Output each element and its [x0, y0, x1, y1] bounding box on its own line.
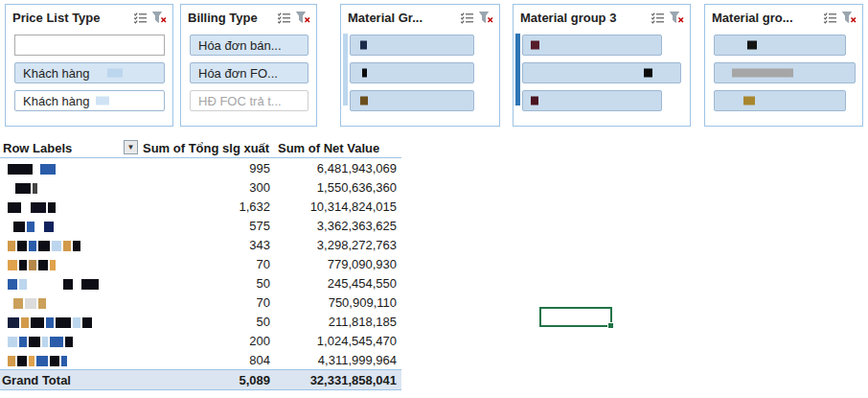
redaction-block: [38, 260, 48, 270]
row-label-cell[interactable]: [0, 177, 140, 197]
row-label-cell[interactable]: [0, 293, 140, 312]
redaction-block: [50, 337, 63, 347]
slicer-item[interactable]: Hóa đơn bán...: [190, 35, 308, 56]
multiselect-icon[interactable]: [458, 11, 475, 25]
sum-qty-header[interactable]: Sum of Tổng slg xuất: [140, 138, 275, 158]
redaction-block: [8, 164, 33, 175]
grand-total-label[interactable]: Grand Total: [0, 370, 140, 390]
value-cell[interactable]: 3,298,272,763: [275, 235, 401, 254]
redaction-block: [8, 202, 21, 213]
redaction-block: [33, 183, 37, 194]
multiselect-icon[interactable]: [821, 11, 838, 25]
slicer-body: [341, 30, 499, 111]
redaction-block: [75, 279, 80, 290]
row-label-cell[interactable]: [0, 312, 140, 331]
slicer-material-group-3: Material group 3: [513, 4, 691, 127]
slicer-item[interactable]: Hóa đơn FO...: [190, 62, 308, 83]
multiselect-icon[interactable]: [649, 11, 666, 25]
value-cell[interactable]: 1,024,545,470: [275, 331, 401, 350]
slicer-item[interactable]: [350, 35, 474, 56]
row-label-cell[interactable]: [0, 197, 140, 216]
row-labels-header[interactable]: Row Labels ▼: [0, 138, 140, 158]
value-cell[interactable]: 10,314,824,015: [275, 197, 401, 216]
grand-total-value[interactable]: 32,331,858,041: [275, 370, 401, 390]
qty-cell[interactable]: 70: [140, 293, 275, 312]
slicer-item[interactable]: HĐ FOC trả t...: [190, 90, 308, 111]
qty-cell[interactable]: 1,632: [140, 197, 275, 216]
slicer-item[interactable]: [522, 35, 662, 56]
slicer-scrollbar[interactable]: [343, 34, 348, 105]
slicer-item[interactable]: [714, 90, 846, 111]
qty-cell[interactable]: 995: [140, 158, 275, 178]
slicer-item[interactable]: [350, 62, 474, 83]
sum-net-value-header[interactable]: Sum of Net Value: [275, 138, 401, 158]
qty-cell[interactable]: 343: [140, 235, 275, 254]
redaction-block: [38, 298, 46, 309]
redaction-block: [36, 222, 42, 232]
redaction-block: [17, 241, 27, 251]
qty-cell[interactable]: 50: [140, 273, 275, 293]
value-cell[interactable]: 779,090,930: [275, 254, 401, 273]
clear-filter-icon[interactable]: [477, 11, 494, 25]
redaction-block: [13, 298, 23, 309]
row-label-cell[interactable]: [0, 273, 140, 293]
redaction-block: [107, 69, 123, 78]
slicer-item[interactable]: [522, 90, 662, 111]
clear-filter-icon[interactable]: [668, 11, 685, 25]
clear-filter-icon[interactable]: [294, 11, 311, 25]
clear-filter-icon[interactable]: [840, 11, 857, 25]
value-cell[interactable]: 3,362,363,625: [275, 216, 401, 235]
table-row: 50245,454,550: [0, 273, 401, 293]
row-label-cell[interactable]: [0, 235, 140, 254]
row-label-cell[interactable]: [0, 350, 140, 370]
value-cell[interactable]: 750,909,110: [275, 293, 401, 312]
selected-cell[interactable]: [539, 307, 612, 327]
slicer-item[interactable]: [522, 62, 681, 83]
redaction-block: [8, 317, 19, 328]
multiselect-icon[interactable]: [131, 11, 148, 25]
slicer-item[interactable]: [714, 62, 856, 83]
row-label-cell[interactable]: [0, 254, 140, 273]
qty-cell[interactable]: 200: [140, 331, 275, 350]
value-cell[interactable]: 245,454,550: [275, 273, 401, 293]
redaction-block: [96, 97, 109, 105]
slicer-item[interactable]: [350, 90, 474, 111]
redaction-block: [15, 183, 31, 194]
qty-cell[interactable]: 575: [140, 216, 275, 235]
slicer-item-label: HĐ FOC trả t...: [198, 94, 282, 108]
row-label-cell[interactable]: [0, 158, 140, 178]
qty-cell[interactable]: 804: [140, 350, 275, 370]
redaction-block: [63, 241, 71, 251]
slicer-item[interactable]: Khách hàng: [14, 62, 165, 83]
redaction-block: [8, 337, 17, 347]
row-label-cell[interactable]: [0, 216, 140, 235]
value-cell[interactable]: 1,550,636,360: [275, 177, 401, 197]
qty-cell[interactable]: 300: [140, 177, 275, 197]
slicer-item-label: Hóa đơn bán...: [198, 38, 282, 53]
slicer-item[interactable]: [14, 35, 165, 56]
row-label-cell[interactable]: [0, 331, 140, 350]
redaction-block: [40, 164, 56, 175]
qty-cell[interactable]: 50: [140, 312, 275, 331]
row-labels-filter-dropdown-icon[interactable]: ▼: [124, 140, 138, 154]
redaction-block: [644, 69, 652, 78]
slicer-item[interactable]: Khách hàng: [14, 90, 165, 111]
value-cell[interactable]: 211,818,185: [275, 312, 401, 331]
pivot-table: Row Labels ▼ Sum of Tổng slg xuất Sum of…: [0, 138, 401, 390]
table-row: 5753,362,363,625: [0, 216, 401, 235]
redaction-block: [362, 69, 367, 78]
redaction-block: [747, 41, 757, 50]
slicer-scrollbar[interactable]: [515, 34, 520, 105]
clear-filter-icon[interactable]: [150, 11, 168, 25]
grand-total-qty[interactable]: 5,089: [140, 370, 275, 390]
redaction-block: [21, 317, 29, 328]
redaction-block: [50, 356, 59, 366]
qty-cell[interactable]: 70: [140, 254, 275, 273]
redaction-block: [29, 356, 34, 366]
slicer-item[interactable]: [714, 35, 846, 56]
multiselect-icon[interactable]: [275, 11, 292, 25]
table-row: 1,63210,314,824,015: [0, 197, 401, 216]
value-cell[interactable]: 6,481,943,069: [275, 158, 401, 178]
redaction-block: [743, 97, 755, 105]
value-cell[interactable]: 4,311,999,964: [275, 350, 401, 370]
